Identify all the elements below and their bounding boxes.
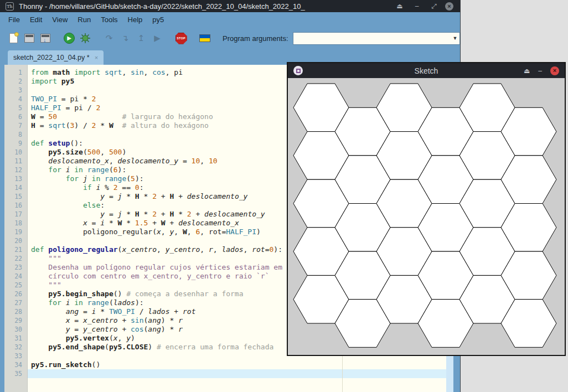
combobox-dropdown-icon[interactable]: ▼ <box>451 35 459 41</box>
tab-close-icon[interactable]: × <box>95 54 98 61</box>
resume-button[interactable]: ▶ <box>151 32 163 44</box>
tab-label: sketch_2022_10_04.py * <box>13 54 90 61</box>
menubar: FileEditViewRunToolsHelppy5 <box>0 12 460 27</box>
line-number: 8 <box>4 130 28 139</box>
step-out-button[interactable]: ↥ <box>135 32 147 44</box>
ukraine-flag-icon <box>199 34 210 42</box>
step-into-icon: ↴ <box>122 33 129 43</box>
line-number: 13 <box>4 174 28 183</box>
minimize-button[interactable]: – <box>411 2 423 10</box>
line-number: 33 <box>4 352 28 360</box>
resume-icon: ▶ <box>154 33 161 43</box>
menu-py5[interactable]: py5 <box>147 13 169 26</box>
line-number: 2 <box>4 77 28 86</box>
open-file-icon <box>24 34 34 43</box>
tab-sketch-file[interactable]: sketch_2022_10_04.py * × <box>8 50 104 65</box>
menu-tools[interactable]: Tools <box>96 13 122 26</box>
line-number: 26 <box>4 290 28 298</box>
line-number <box>4 378 28 392</box>
line-number: 17 <box>4 210 28 219</box>
line-number: 10 <box>4 148 28 157</box>
menu-run[interactable]: Run <box>73 13 96 26</box>
line-number: 11 <box>4 157 28 166</box>
line-number: 19 <box>4 228 28 236</box>
thonny-titlebar[interactable]: Th Thonny - /home/villares/GitHub/sketch… <box>0 0 460 12</box>
line-number: 34 <box>4 360 28 369</box>
line-number: 3 <box>4 86 28 95</box>
sketch-close-button[interactable]: × <box>550 66 559 75</box>
save-file-button[interactable]: ↓ <box>39 32 51 44</box>
code-line[interactable]: 34py5.run_sketch() <box>4 360 453 369</box>
maximize-button[interactable]: ⤢ <box>428 2 440 10</box>
code-text: py5.run_sketch() <box>28 360 446 369</box>
line-number: 9 <box>4 139 28 148</box>
line-number: 22 <box>4 254 28 263</box>
line-number: 7 <box>4 121 28 130</box>
program-arguments-input[interactable] <box>293 33 451 44</box>
debug-bug-icon <box>80 33 91 44</box>
stop-sign-icon: STOP <box>175 33 187 44</box>
step-into-button[interactable]: ↴ <box>119 32 131 44</box>
line-number: 20 <box>4 236 28 245</box>
line-number: 16 <box>4 201 28 210</box>
close-button[interactable]: × <box>445 2 453 11</box>
line-number: 18 <box>4 219 28 228</box>
menu-view[interactable]: View <box>47 13 73 26</box>
sketch-canvas <box>288 78 565 355</box>
step-out-icon: ↥ <box>138 33 145 43</box>
line-number: 32 <box>4 343 28 352</box>
line-number: 21 <box>4 245 28 254</box>
code-line[interactable]: 35 <box>4 369 453 378</box>
run-script-button[interactable]: ▶ <box>63 32 75 44</box>
open-file-button[interactable] <box>23 32 35 44</box>
support-ukraine-button[interactable] <box>199 32 211 44</box>
stop-restart-button[interactable]: STOP <box>175 32 187 44</box>
line-number: 35 <box>4 369 28 378</box>
menu-file[interactable]: File <box>3 13 25 26</box>
code-text <box>28 378 446 392</box>
thonny-app-icon: Th <box>6 2 14 11</box>
run-icon: ▶ <box>64 33 75 44</box>
line-number: 15 <box>4 192 28 201</box>
line-number: 1 <box>4 68 28 77</box>
debug-script-button[interactable] <box>79 32 91 44</box>
new-file-button[interactable] <box>7 32 19 44</box>
window-title: Thonny - /home/villares/GitHub/sketch-a-… <box>19 2 389 11</box>
menu-edit[interactable]: Edit <box>25 13 47 26</box>
line-number: 14 <box>4 183 28 192</box>
line-number: 25 <box>4 281 28 290</box>
shade-button[interactable]: ⏏ <box>394 2 406 10</box>
line-number: 4 <box>4 95 28 104</box>
py5-app-icon <box>293 66 303 75</box>
line-number: 12 <box>4 166 28 174</box>
program-arguments-combobox[interactable]: ▼ <box>293 32 461 45</box>
new-file-icon <box>9 33 18 43</box>
line-number: 23 <box>4 263 28 272</box>
menu-help[interactable]: Help <box>123 13 148 26</box>
line-number: 24 <box>4 272 28 281</box>
step-over-icon: ↷ <box>106 33 113 43</box>
line-number: 28 <box>4 307 28 316</box>
sketch-shade-button[interactable]: ⏏ <box>524 67 530 75</box>
step-over-button[interactable]: ↷ <box>103 32 115 44</box>
line-number: 6 <box>4 112 28 121</box>
sketch-minimize-button[interactable]: – <box>538 67 542 75</box>
line-number: 27 <box>4 298 28 307</box>
code-text <box>28 369 446 378</box>
line-number: 29 <box>4 316 28 325</box>
line-number: 31 <box>4 334 28 343</box>
sketch-titlebar[interactable]: Sketch ⏏ – × <box>288 63 565 78</box>
program-arguments-label: Program arguments: <box>223 34 288 43</box>
sketch-window: Sketch ⏏ – × <box>287 62 566 356</box>
save-file-icon: ↓ <box>40 34 50 43</box>
line-number: 30 <box>4 325 28 334</box>
line-number: 5 <box>4 104 28 112</box>
toolbar: ↓ ▶ ↷ ↴ ↥ ▶ STOP <box>0 27 460 50</box>
